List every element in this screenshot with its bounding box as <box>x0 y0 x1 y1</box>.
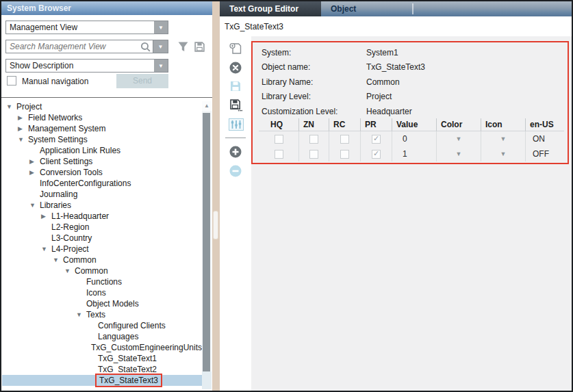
chevron-down-icon[interactable]: ▼ <box>153 40 168 53</box>
new-text-group-icon[interactable] <box>229 42 242 55</box>
tree-item-label[interactable]: Conversion Tools <box>40 167 103 178</box>
tree-item-libraries[interactable]: ▼Libraries <box>2 200 202 211</box>
tree-item-label[interactable]: L3-Country <box>51 233 92 244</box>
chevron-down-icon[interactable]: ▼ <box>500 151 507 157</box>
tree-item-project[interactable]: ▼Project <box>2 101 202 112</box>
tree-item-label[interactable]: Field Networks <box>28 112 82 123</box>
filter-icon[interactable] <box>177 41 189 53</box>
tree-item-txg-statetext3[interactable]: TxG_StateText3 <box>2 375 202 386</box>
tree-item-label[interactable]: Icons <box>86 287 106 298</box>
search-input[interactable] <box>6 42 140 51</box>
tree-item-common[interactable]: ▼Common <box>2 254 202 265</box>
tree-item-txg-statetext1[interactable]: TxG_StateText1 <box>2 353 202 364</box>
chevron-expanded-icon[interactable]: ▼ <box>29 200 40 211</box>
tree-item-label[interactable]: Client Settings <box>40 156 92 167</box>
unchecked-checkbox[interactable] <box>340 135 349 144</box>
chevron-collapsed-icon[interactable]: ▶ <box>18 112 28 123</box>
tree-item-label[interactable]: Common <box>75 265 108 276</box>
tree-item-l2-region[interactable]: L2-Region <box>2 222 202 233</box>
tree-item-label[interactable]: Configured Clients <box>98 320 166 331</box>
panel-splitter[interactable] <box>212 1 220 391</box>
tree-item-label[interactable]: Common <box>63 254 97 265</box>
tree-item-label[interactable]: Object Models <box>86 298 139 309</box>
checked-checkbox[interactable] <box>372 135 381 144</box>
scroll-up-icon[interactable]: ▲ <box>202 101 212 111</box>
color-dropdown[interactable]: ▼ <box>436 131 481 146</box>
chevron-down-icon[interactable]: ▼ <box>456 135 462 142</box>
tree-item-label[interactable]: Application Link Rules <box>40 145 120 156</box>
tree-item-label[interactable]: Project <box>16 101 42 112</box>
scrollbar-track[interactable] <box>202 371 212 389</box>
tree-item-object-models[interactable]: Object Models <box>2 298 202 309</box>
column-header-pr[interactable]: PR <box>360 118 392 131</box>
search-icon[interactable] <box>140 41 151 53</box>
tree-item-texts[interactable]: ▼Texts <box>2 309 202 320</box>
tree-item-infocenterconfigurations[interactable]: InfoCenterConfigurations <box>2 178 202 189</box>
tree-item-management-system[interactable]: ▶Management System <box>2 123 202 134</box>
view-select[interactable]: Management View ▼ <box>5 21 168 34</box>
search-field[interactable] <box>5 40 153 53</box>
splitter-handle[interactable] <box>213 211 218 239</box>
save-as-icon[interactable] <box>229 98 242 112</box>
tree-item-icons[interactable]: Icons <box>2 287 202 298</box>
column-header-rc[interactable]: RC <box>329 118 360 131</box>
tree-item-label[interactable]: Texts <box>86 309 105 320</box>
tree-item-label[interactable]: Functions <box>86 276 122 287</box>
save-icon[interactable] <box>194 41 205 53</box>
tree-item-languages[interactable]: Languages <box>2 331 202 342</box>
checked-checkbox[interactable] <box>372 150 381 159</box>
unchecked-checkbox[interactable] <box>275 135 283 144</box>
tree-item-configured-clients[interactable]: Configured Clients <box>2 320 202 331</box>
tree-item-label[interactable]: L1-Headquarter <box>51 211 109 222</box>
chevron-down-icon[interactable]: ▼ <box>154 21 168 34</box>
description-select[interactable]: Show Description ▼ <box>5 59 168 73</box>
tree-item-application-link-rules[interactable]: Application Link Rules <box>2 145 202 156</box>
tree-scrollbar[interactable]: ▲ <box>202 101 212 389</box>
column-header-color[interactable]: Color <box>436 118 481 131</box>
table-row[interactable]: 1▼▼OFF <box>259 146 564 161</box>
column-header-icon[interactable]: Icon <box>481 118 525 131</box>
unchecked-checkbox[interactable] <box>340 150 349 159</box>
table-row[interactable]: 0▼▼ON <box>259 131 564 146</box>
tree-item-l1-headquarter[interactable]: ▶L1-Headquarter <box>2 211 202 222</box>
delete-icon[interactable] <box>229 61 242 75</box>
manual-navigation-checkbox[interactable] <box>7 76 16 86</box>
chevron-expanded-icon[interactable]: ▼ <box>18 134 28 145</box>
tree-item-label[interactable]: TxG_StateText3 <box>95 374 162 387</box>
chevron-expanded-icon[interactable]: ▼ <box>53 254 63 265</box>
chevron-expanded-icon[interactable]: ▼ <box>64 265 75 276</box>
chevron-down-icon[interactable]: ▼ <box>500 135 507 142</box>
column-header-hq[interactable]: HQ <box>259 118 298 131</box>
chevron-collapsed-icon[interactable]: ▶ <box>41 211 51 222</box>
tree-item-label[interactable]: L2-Region <box>51 222 89 233</box>
chevron-collapsed-icon[interactable]: ▶ <box>29 156 40 167</box>
save-icon[interactable] <box>229 79 242 93</box>
filter-columns-icon[interactable] <box>229 118 242 131</box>
tree-item-label[interactable]: Journaling <box>40 189 77 200</box>
scrollbar-thumb[interactable] <box>203 113 210 371</box>
column-header-value[interactable]: Value <box>392 118 436 131</box>
tree-item-label[interactable]: Languages <box>98 331 138 342</box>
tree-item-l4-project[interactable]: ▼L4-Project <box>2 244 202 254</box>
tree-item-label[interactable]: Management System <box>28 123 105 134</box>
column-header-en-us[interactable]: en-US <box>525 118 564 131</box>
chevron-collapsed-icon[interactable]: ▶ <box>18 123 28 134</box>
send-button[interactable]: Send <box>116 74 168 88</box>
tree-item-label[interactable]: Libraries <box>40 200 71 211</box>
tree-item-label[interactable]: TxG_CustomEngineeringUnits <box>91 342 202 353</box>
tab-object-configurator[interactable]: Object Configurator <box>321 1 412 16</box>
tree-item-client-settings[interactable]: ▶Client Settings <box>2 156 202 167</box>
tree-item-journaling[interactable]: Journaling <box>2 189 202 200</box>
color-dropdown[interactable]: ▼ <box>436 146 481 161</box>
chevron-down-icon[interactable]: ▼ <box>154 60 168 72</box>
unchecked-checkbox[interactable] <box>275 150 283 159</box>
tree-item-label[interactable]: L4-Project <box>51 244 89 254</box>
tree-item-txg-customengineeringunits[interactable]: TxG_CustomEngineeringUnits <box>2 342 202 353</box>
tree-item-label[interactable]: TxG_StateText1 <box>98 353 157 364</box>
tree-item-l3-country[interactable]: L3-Country <box>2 233 202 244</box>
chevron-expanded-icon[interactable]: ▼ <box>76 309 86 320</box>
chevron-expanded-icon[interactable]: ▼ <box>41 244 51 254</box>
tab-text-group-editor[interactable]: Text Group Editor <box>220 1 321 16</box>
chevron-collapsed-icon[interactable]: ▶ <box>29 167 40 178</box>
add-row-icon[interactable] <box>229 145 242 159</box>
